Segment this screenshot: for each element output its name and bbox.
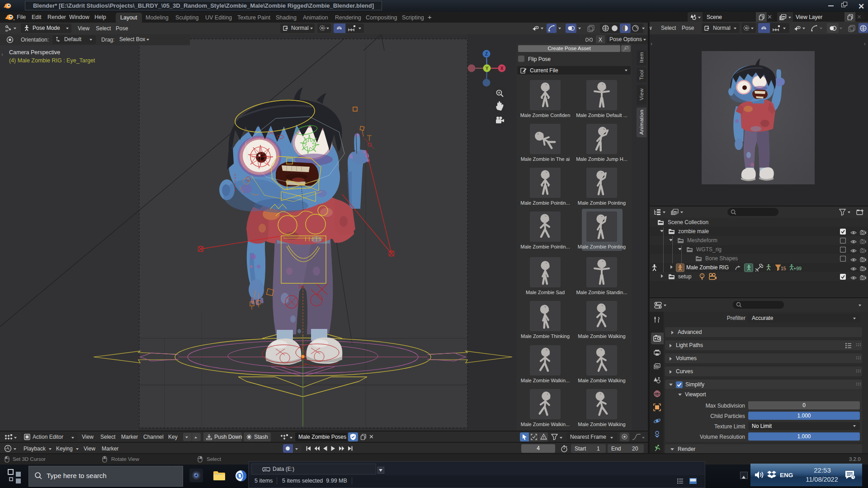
svg-text:Z: Z [485,52,488,56]
svg-text:X: X [500,66,504,71]
svg-text:Y: Y [486,66,489,71]
